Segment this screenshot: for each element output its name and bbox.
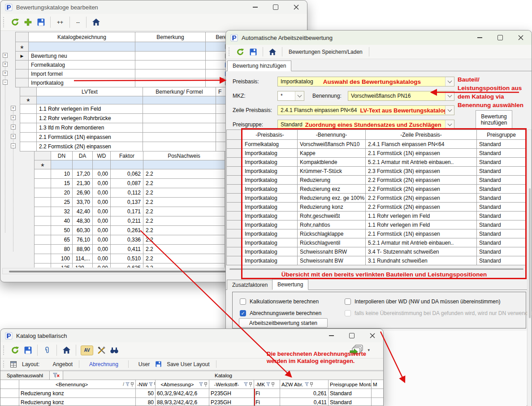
row-header[interactable] <box>35 235 51 245</box>
layout-user-button[interactable]: User <box>137 360 151 368</box>
cell-da[interactable]: 139,... <box>73 263 93 268</box>
minimize-icon[interactable] <box>477 37 482 38</box>
arbeitszeitbewertung-starten-button[interactable]: Arbeitszeitbewertung starten <box>239 318 328 328</box>
cell-benennung[interactable]: Reduzierung exz <box>298 185 366 194</box>
table-row[interactable]: 80 88,90 0,00 0,411 2.2 <box>35 245 225 254</box>
table-row[interactable]: 40 48,30 0,00 0,211 2.2 <box>35 216 225 226</box>
cell-preisgruppe[interactable]: Standard <box>477 158 526 167</box>
table-row[interactable]: Importkatalog ✓ <box>16 78 251 87</box>
preisgruppe-combobox[interactable]: Standard Zuordnung eines Stundensatzes u… <box>277 120 454 130</box>
cell-preisgruppe[interactable]: Standard <box>477 247 526 256</box>
layout-abrechnung-button[interactable]: Abrechnung <box>87 360 120 368</box>
refresh-icon[interactable] <box>235 47 245 57</box>
scrollbar-thumb[interactable] <box>529 188 531 318</box>
row-header[interactable] <box>226 256 242 265</box>
cell-dn[interactable]: 20 <box>51 188 73 198</box>
cell-da[interactable]: 21,30 <box>73 179 93 188</box>
save-icon[interactable] <box>248 47 258 57</box>
cell-lvtext[interactable]: 1.2 Rohr verlegen Rohrbrücke <box>37 114 143 123</box>
maximize-icon[interactable] <box>273 4 278 10</box>
row-header[interactable] <box>226 140 242 149</box>
spaltenauswahl-button[interactable]: Spaltenauswahl <box>0 371 50 380</box>
dropdown-button[interactable] <box>445 106 454 115</box>
cell-faktor[interactable]: 0,211 <box>111 216 143 226</box>
cell-katalog[interactable]: Import formel <box>29 69 135 78</box>
cell-benennung[interactable]: Vorschweißflansch PN10 <box>298 140 366 149</box>
cell-preisgruppe[interactable]: Standard <box>477 167 526 176</box>
save-load-button[interactable]: Bewertungen Speichern/Laden <box>287 48 364 56</box>
table-row[interactable]: 65 76,10 0,00 0,336 2.2 <box>35 235 225 245</box>
table-row[interactable]: Importkatalog Rückschlagklappe 2.1 Forms… <box>226 229 527 238</box>
cell-posnachweis[interactable]: 2.2 <box>143 169 225 179</box>
row-header[interactable] <box>35 179 51 188</box>
cell-faktor[interactable]: 0,112 <box>111 188 143 198</box>
cell-preisgruppe[interactable]: Standard <box>477 256 526 265</box>
attachment-icon[interactable] <box>42 346 52 355</box>
cell-werkstoff[interactable]: P235GH <box>209 389 254 398</box>
save-icon[interactable] <box>23 346 33 355</box>
column-header-faktor[interactable]: Faktor <box>111 151 143 160</box>
cell-azw[interactable]: 0,411 <box>280 398 329 406</box>
cell-preisbasis[interactable]: Importkatalog <box>242 212 298 220</box>
cell-werkstoff[interactable]: P235GH <box>209 398 254 406</box>
cell-wd[interactable]: 0,00 <box>93 226 111 235</box>
titlebar[interactable]: Katalog tabellarisch <box>0 329 383 342</box>
cell-posnachweis[interactable]: 2.2 <box>143 245 225 254</box>
cell-bemerkung[interactable] <box>143 133 216 142</box>
cell-wd[interactable]: 0,00 <box>93 216 111 226</box>
cell-benennung[interactable]: Rohr,nahtlos <box>298 220 366 229</box>
tree-expand-icon[interactable]: + <box>3 71 8 76</box>
tree-collapse-icon[interactable]: − <box>11 143 16 148</box>
row-header[interactable] <box>20 114 37 123</box>
table-row[interactable]: Reduzierung konz 80 88,9/3,2/42,4/2,6 P2… <box>0 398 384 406</box>
cell-preisgruppe[interactable]: Standard <box>477 185 526 194</box>
column-header-cut[interactable]: M <box>372 380 384 389</box>
row-header[interactable] <box>35 207 51 216</box>
row-header[interactable] <box>35 254 51 263</box>
cell-bemerkung[interactable] <box>143 123 216 133</box>
new-row[interactable]: * <box>20 96 243 104</box>
table-row[interactable]: Importkatalog Reduzierung konz 2.2 Forms… <box>226 203 527 212</box>
row-header[interactable] <box>35 216 51 226</box>
refresh-icon[interactable] <box>10 17 20 27</box>
tab-zusatzfaktoren[interactable]: Zusatzfaktoren <box>227 280 273 290</box>
bewertung-hinzufuegen-button[interactable]: Bewertung hinzufügen <box>476 110 512 129</box>
cell-dn[interactable]: 50 <box>51 226 73 235</box>
cell-bemerkung[interactable] <box>143 142 216 151</box>
home-icon[interactable] <box>61 346 71 355</box>
column-header-preisgruppe-montage[interactable]: Preisgruppe Monta <box>329 380 372 389</box>
cell-preisgruppe[interactable]: Standard <box>477 212 526 220</box>
table-row[interactable]: 1.1 Rohr verlegen im Feld <box>20 104 243 114</box>
table-row[interactable]: Importkatalog Reduzierung exz. ge 100% 2… <box>226 194 527 203</box>
cell-faktor[interactable]: 0,062 <box>111 169 143 179</box>
kalkulationswerte-checkbox[interactable]: ✓ <box>240 298 246 305</box>
cell-preisgruppe[interactable]: Standard <box>477 194 526 203</box>
row-header[interactable] <box>226 220 242 229</box>
cell-da[interactable]: 26,90 <box>73 188 93 198</box>
cell-posnachweis[interactable]: 2.2 <box>143 207 225 216</box>
row-header[interactable] <box>20 133 37 142</box>
collapse-all-button[interactable]: -- <box>74 18 82 26</box>
layout-angebot-button[interactable]: Angebot <box>51 360 74 368</box>
table-row[interactable]: Importkatalog Kappe 2.1 Formstück (1N) e… <box>226 149 527 158</box>
av-icon[interactable]: AV <box>81 346 93 355</box>
cell-zeile-preisbasis[interactable]: 1.1 Rohr verlegen im Feld <box>366 212 477 220</box>
cell-benennung[interactable]: Kappe <box>298 149 366 158</box>
cell-wd[interactable]: 0,00 <box>93 188 111 198</box>
table-row[interactable]: Importkatalog Kompaktblende 5.2.1 Armatu… <box>226 158 527 167</box>
cell-faktor[interactable]: 0,171 <box>111 207 143 216</box>
maximize-icon[interactable] <box>497 35 503 40</box>
cell-da[interactable]: 60,30 <box>73 226 93 235</box>
cell-abmessung[interactable]: 60,3/2,9/42,4/2,6 <box>156 389 209 398</box>
column-header-dn[interactable]: DN <box>51 151 73 160</box>
table-row[interactable]: Importkatalog Schweissnaht BW 3.1 Rundna… <box>226 256 527 265</box>
tree-expand-icon[interactable]: + <box>11 125 16 130</box>
column-header-lvtext[interactable]: LVText <box>37 87 143 96</box>
row-header[interactable] <box>20 123 37 133</box>
row-header[interactable] <box>0 398 19 406</box>
cell-bemerkung[interactable] <box>143 114 216 123</box>
column-header-bemerkung-formel[interactable]: Bemerkung/ Formel <box>143 87 216 96</box>
cell-wd[interactable]: 0,00 <box>93 207 111 216</box>
cell-bemerkung[interactable] <box>143 104 216 114</box>
tab-bewertung[interactable]: Bewertung <box>272 279 308 290</box>
